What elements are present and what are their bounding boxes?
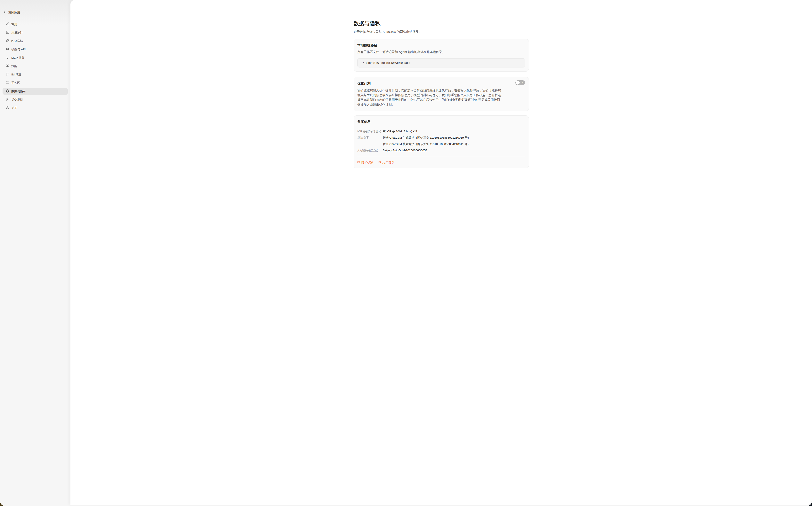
sidebar-item-label: 技能 (11, 64, 17, 68)
back-to-app-button[interactable]: 返回应用 (3, 10, 20, 14)
settings-main-panel: 数据与隐私 查看数据存储位置与 AutoClaw 的网络出站范围。 本地数据路径… (70, 0, 304, 190)
sidebar-item-label: MCP 服务 (11, 56, 24, 60)
sidebar-item-label: 通用 (11, 22, 17, 26)
sidebar-item-data-privacy[interactable]: 数据与隐私 (3, 88, 68, 95)
sidebar-item-im-channels[interactable]: IM 频道 (3, 71, 68, 78)
sidebar-item-label: 工作区 (11, 81, 20, 85)
sidebar-item-general[interactable]: 通用 (3, 21, 68, 28)
sidebar-item-skills[interactable]: 技能 (3, 63, 68, 70)
sidebar-item-workspace[interactable]: 工作区 (3, 79, 68, 86)
sidebar-item-label: 用量统计 (11, 31, 23, 34)
sidebar-item-label: 模型与 API (11, 48, 25, 51)
sidebar-item-label: 数据与隐私 (11, 89, 26, 93)
info-icon (6, 106, 9, 110)
back-to-app-label: 返回应用 (8, 10, 20, 14)
arrow-left-icon (3, 10, 7, 14)
folder-icon (6, 81, 9, 85)
plug-icon (6, 56, 9, 60)
app-window: 返回应用 通用 用量统计 积分详情 模型与 API MCP 服务 (0, 0, 304, 190)
sidebar-item-label: IM 频道 (11, 73, 21, 76)
shield-icon (6, 89, 9, 93)
sidebar-item-feedback[interactable]: 提交反馈 (3, 96, 68, 103)
sidebar-nav: 通用 用量统计 积分详情 模型与 API MCP 服务 技能 (3, 21, 68, 111)
sidebar-item-label: 积分详情 (11, 39, 23, 43)
feedback-plus-icon (6, 98, 9, 102)
coins-icon (6, 39, 9, 43)
sidebar-item-models-api[interactable]: 模型与 API (3, 46, 68, 53)
cpu-icon (6, 48, 9, 51)
bar-chart-icon (6, 30, 9, 34)
sidebar-item-usage-stats[interactable]: 用量统计 (3, 29, 68, 36)
settings-sidebar: 返回应用 通用 用量统计 积分详情 模型与 API MCP 服务 (0, 0, 70, 190)
sidebar-item-mcp-services[interactable]: MCP 服务 (3, 54, 68, 61)
sidebar-item-credits[interactable]: 积分详情 (3, 37, 68, 45)
sidebar-item-label: 关于 (11, 106, 17, 110)
sidebar-item-label: 提交反馈 (11, 98, 23, 102)
sidebar-item-about[interactable]: 关于 (3, 104, 68, 111)
chat-bubble-icon (6, 73, 9, 76)
pencil-icon (6, 22, 9, 26)
book-open-icon (6, 64, 9, 68)
